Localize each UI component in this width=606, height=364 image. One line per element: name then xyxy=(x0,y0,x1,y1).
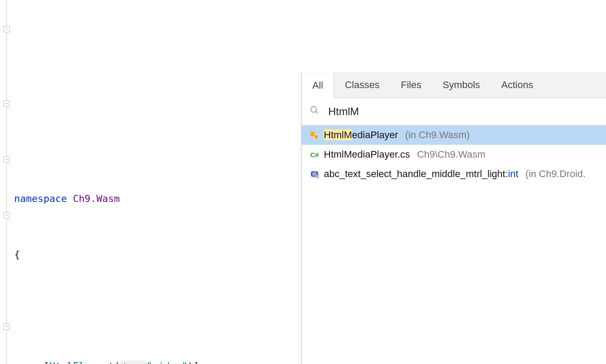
tab-symbols[interactable]: Symbols xyxy=(432,72,490,97)
search-input[interactable] xyxy=(327,105,598,118)
attr-open: [ xyxy=(43,360,49,364)
attr-close: ] xyxy=(194,360,199,364)
keyword-namespace: namespace xyxy=(14,193,67,204)
result-primary: HtmlMediaPlayer.cs xyxy=(324,149,410,160)
search-tabs: All Classes Files Symbols Actions xyxy=(302,72,606,98)
field-icon xyxy=(310,169,319,179)
fold-toggle[interactable]: − xyxy=(4,26,10,32)
search-icon xyxy=(310,105,319,118)
result-secondary: Ch9\Ch9.Wasm xyxy=(417,149,485,160)
gutter-line xyxy=(6,0,7,364)
tab-all[interactable]: All xyxy=(302,73,334,98)
result-class[interactable]: HtmlMediaPlayer (in Ch9.Wasm) xyxy=(302,125,606,145)
svg-rect-8 xyxy=(317,175,318,176)
result-primary: abc_text_select_handle_middle_mtrl_light… xyxy=(324,168,518,180)
fold-toggle[interactable]: − xyxy=(4,324,10,330)
tab-actions[interactable]: Actions xyxy=(491,72,544,97)
attribute-name: HtmlElement xyxy=(49,360,114,364)
tab-files[interactable]: Files xyxy=(390,72,432,97)
result-secondary: (in Ch9.Droid. xyxy=(525,168,586,180)
result-file[interactable]: C# HtmlMediaPlayer.cs Ch9\Ch9.Wasm xyxy=(302,145,606,164)
svg-rect-9 xyxy=(317,176,318,177)
fold-toggle[interactable]: − xyxy=(4,212,10,218)
svg-point-0 xyxy=(311,106,317,112)
svg-rect-3 xyxy=(314,135,319,139)
search-everywhere-popup: All Classes Files Symbols Actions HtmlMe… xyxy=(301,72,606,364)
fold-toggle[interactable]: − xyxy=(4,156,10,163)
class-icon xyxy=(310,130,319,140)
string-literal: "video" xyxy=(147,360,188,364)
result-secondary: (in Ch9.Wasm) xyxy=(405,129,470,141)
namespace-name: Ch9.Wasm xyxy=(73,193,120,204)
fold-toggle[interactable]: − xyxy=(4,101,10,107)
search-results: HtmlMediaPlayer (in Ch9.Wasm) C# HtmlMed… xyxy=(302,125,606,184)
svg-line-1 xyxy=(316,111,318,113)
result-field[interactable]: abc_text_select_handle_middle_mtrl_light… xyxy=(302,164,606,184)
tab-classes[interactable]: Classes xyxy=(334,72,390,97)
param-hint-tag: tag: xyxy=(120,360,146,364)
search-row xyxy=(302,98,606,125)
result-primary: HtmlMediaPlayer xyxy=(324,129,398,141)
svg-rect-5 xyxy=(312,173,317,174)
csharp-file-icon: C# xyxy=(310,150,319,159)
